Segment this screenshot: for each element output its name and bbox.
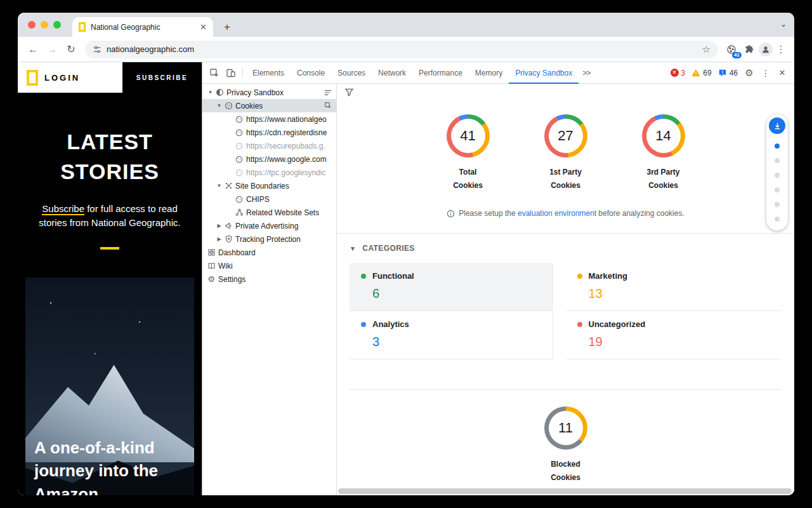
tree-item-url[interactable]: https://www.google.com xyxy=(202,152,336,166)
nav-dot[interactable] xyxy=(775,158,780,163)
tree-item-url[interactable]: https://cdn.registerdisne xyxy=(202,126,336,139)
tab-close-icon[interactable]: ✕ xyxy=(200,22,207,32)
category-name: Analytics xyxy=(372,319,409,329)
tree-item-related-website-sets[interactable]: Related Website Sets xyxy=(202,206,336,219)
tree-item-settings[interactable]: ⚙ Settings xyxy=(202,272,336,286)
subscribe-button[interactable]: SUBSCRIBE xyxy=(122,62,202,93)
filter-funnel-icon[interactable] xyxy=(344,88,354,97)
cookie-icon xyxy=(223,102,233,110)
tree-item-cookies[interactable]: ▼ Cookies xyxy=(202,99,336,112)
tree-item-privacy-sandbox[interactable]: ▼ Privacy Sandbox xyxy=(202,86,336,99)
donut-value: 11 xyxy=(558,420,573,436)
third-party-cookies-donut: 14 3rd Party Cookies xyxy=(632,114,695,192)
tab-network[interactable]: Network xyxy=(372,62,412,84)
nav-dot[interactable] xyxy=(775,173,780,178)
story-title[interactable]: A one-of-a-kind journey into the Amazon xyxy=(34,436,188,495)
tab-elements[interactable]: Elements xyxy=(246,62,291,84)
horizontal-scrollbar[interactable] xyxy=(337,487,794,495)
tree-item-private-advertising[interactable]: ▶ Private Advertising xyxy=(202,219,336,232)
tab-sources[interactable]: Sources xyxy=(331,62,372,84)
tree-item-site-boundaries[interactable]: ▼ Site Boundaries xyxy=(202,179,336,192)
tree-item-tracking-protection[interactable]: ▶ Tracking Protection xyxy=(202,232,336,246)
donut-value: 41 xyxy=(460,128,475,144)
quick-nav-widget xyxy=(766,114,788,231)
blocked-cookies-donut: 11 Blocked Cookies xyxy=(534,406,598,485)
category-functional[interactable]: Functional 6 xyxy=(350,263,553,311)
issues-badge[interactable]: 46 xyxy=(718,69,738,77)
maximize-window-button[interactable] xyxy=(53,21,61,29)
scrollbar-thumb[interactable] xyxy=(338,488,792,494)
nav-dot[interactable] xyxy=(775,217,780,222)
category-count: 6 xyxy=(372,286,541,301)
reload-button[interactable]: ↻ xyxy=(62,41,80,58)
nav-dot[interactable] xyxy=(775,187,780,192)
devtools-tabbar: Elements Console Sources Network Perform… xyxy=(202,62,794,84)
cookie-icon xyxy=(234,169,244,177)
category-uncategorized[interactable]: Uncategorized 19 xyxy=(566,311,782,359)
related-website-sets-icon xyxy=(234,208,244,217)
browser-tab[interactable]: National Geographic ✕ xyxy=(72,17,213,37)
tab-strip: National Geographic ✕ + ⌄ xyxy=(18,13,794,37)
devtools-close-icon[interactable]: ✕ xyxy=(774,65,790,81)
profile-avatar[interactable] xyxy=(759,43,773,57)
tree-item-url[interactable]: https://tpc.googlesyndic xyxy=(202,166,336,179)
browser-window: National Geographic ✕ + ⌄ ← → ↻ national… xyxy=(18,13,794,495)
tree-item-chips[interactable]: CHIPS xyxy=(202,192,336,206)
donut-label: Blocked Cookies xyxy=(534,458,598,485)
warning-badge[interactable]: 69 xyxy=(691,69,711,77)
back-button[interactable]: ← xyxy=(24,41,42,58)
categories-header[interactable]: ▼ CATEGORIES xyxy=(350,244,782,253)
tab-search-chevron-icon[interactable]: ⌄ xyxy=(780,20,787,29)
minimize-window-button[interactable] xyxy=(41,21,48,29)
donut-label: 1st Party Cookies xyxy=(534,166,598,192)
expander-open-icon[interactable]: ▼ xyxy=(206,90,214,95)
donut-chart: 11 xyxy=(544,406,587,450)
tree-item-url[interactable]: https://www.nationalgeo xyxy=(202,112,336,126)
devtools-settings-icon[interactable]: ⚙ xyxy=(741,65,757,81)
tree-item-url[interactable]: https://securepubads.g. xyxy=(202,139,336,152)
natgeo-logo[interactable] xyxy=(27,70,38,86)
extensions-puzzle-icon[interactable] xyxy=(741,41,757,58)
url-text[interactable]: nationalgeographic.com xyxy=(107,44,194,54)
error-badge[interactable]: ✕ 3 xyxy=(671,69,686,77)
nav-dot-active[interactable] xyxy=(775,144,780,149)
evaluation-environment-link[interactable]: evaluation environment xyxy=(518,209,596,218)
nav-dot[interactable] xyxy=(775,202,780,207)
address-bar[interactable]: nationalgeographic.com ☆ xyxy=(85,41,718,58)
expander-collapsed-icon[interactable]: ▶ xyxy=(215,223,223,229)
category-analytics[interactable]: Analytics 3 xyxy=(350,311,553,359)
inspect-element-icon[interactable] xyxy=(206,65,223,81)
inspect-target-icon[interactable] xyxy=(324,102,334,110)
tree-item-dashboard[interactable]: Dashboard xyxy=(202,246,336,259)
tree-menu-icon[interactable] xyxy=(324,89,334,97)
site-boundaries-icon xyxy=(223,182,233,190)
cookie-extension-button[interactable]: 41 xyxy=(723,41,740,58)
more-tabs-icon[interactable]: >> xyxy=(579,69,594,77)
site-settings-icon[interactable] xyxy=(93,45,102,54)
new-tab-button[interactable]: + xyxy=(219,22,235,32)
login-link[interactable]: LOGIN xyxy=(44,73,80,83)
tab-console[interactable]: Console xyxy=(291,62,331,84)
category-marketing[interactable]: Marketing 13 xyxy=(566,263,782,311)
bookmark-star-icon[interactable]: ☆ xyxy=(702,44,710,55)
panel-scroll-area[interactable]: 41 Total Cookies 27 xyxy=(337,100,794,487)
tree-item-wiki[interactable]: Wiki xyxy=(202,259,336,272)
tab-privacy-sandbox[interactable]: Privacy Sandbox xyxy=(509,62,579,84)
close-window-button[interactable] xyxy=(28,21,36,29)
download-report-button[interactable] xyxy=(769,117,785,134)
tab-performance[interactable]: Performance xyxy=(412,62,469,84)
privacy-sandbox-tree: ▼ Privacy Sandbox ▼ Cookies https://www.… xyxy=(202,84,337,495)
donut-value: 14 xyxy=(655,128,671,144)
device-toolbar-icon[interactable] xyxy=(223,65,239,81)
story-card[interactable]: A one-of-a-kind journey into the Amazon xyxy=(18,250,202,495)
browser-menu-icon[interactable]: ⋮ xyxy=(774,44,788,55)
extension-badge: 41 xyxy=(732,52,742,58)
expander-collapsed-icon[interactable]: ▶ xyxy=(215,236,223,242)
expander-open-icon[interactable]: ▼ xyxy=(215,183,223,189)
category-count: 13 xyxy=(589,286,771,301)
subscribe-text-link[interactable]: Subscribe xyxy=(42,203,84,215)
forward-button[interactable]: → xyxy=(43,41,61,58)
devtools-menu-icon[interactable]: ⋮ xyxy=(757,65,774,81)
expander-open-icon[interactable]: ▼ xyxy=(215,103,223,109)
tab-memory[interactable]: Memory xyxy=(469,62,509,84)
